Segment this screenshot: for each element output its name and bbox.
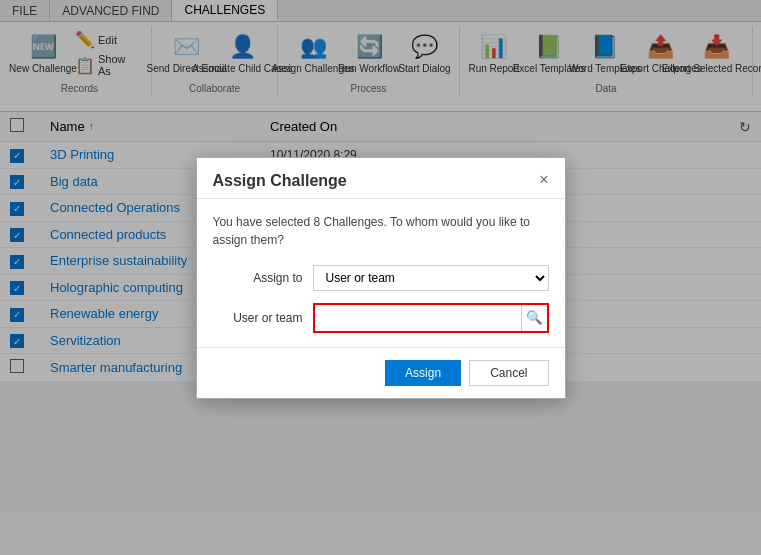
user-team-label: User or team <box>213 311 303 325</box>
user-team-input[interactable] <box>315 305 521 331</box>
modal-header: Assign Challenge × <box>197 158 565 199</box>
assign-challenge-modal: Assign Challenge × You have selected 8 C… <box>196 157 566 399</box>
modal-close-button[interactable]: × <box>539 172 548 188</box>
assign-to-select[interactable]: User or team <box>313 265 549 291</box>
search-icon: 🔍 <box>526 310 543 325</box>
user-team-row: User or team 🔍 <box>213 303 549 333</box>
modal-footer: Assign Cancel <box>197 347 565 398</box>
modal-overlay: Assign Challenge × You have selected 8 C… <box>0 0 761 555</box>
user-team-control: 🔍 <box>313 303 549 333</box>
user-team-search-button[interactable]: 🔍 <box>521 305 547 331</box>
assign-to-row: Assign to User or team <box>213 265 549 291</box>
modal-body: You have selected 8 Challenges. To whom … <box>197 199 565 347</box>
assign-to-control: User or team <box>313 265 549 291</box>
assign-to-label: Assign to <box>213 271 303 285</box>
assign-button[interactable]: Assign <box>385 360 461 386</box>
modal-description: You have selected 8 Challenges. To whom … <box>213 213 549 249</box>
modal-title: Assign Challenge <box>213 172 347 190</box>
modal-form: Assign to User or team User or team <box>213 265 549 333</box>
user-team-input-wrapper: 🔍 <box>313 303 549 333</box>
cancel-button[interactable]: Cancel <box>469 360 548 386</box>
app-container: FILE ADVANCED FIND CHALLENGES 🆕 New Chal… <box>0 0 761 555</box>
